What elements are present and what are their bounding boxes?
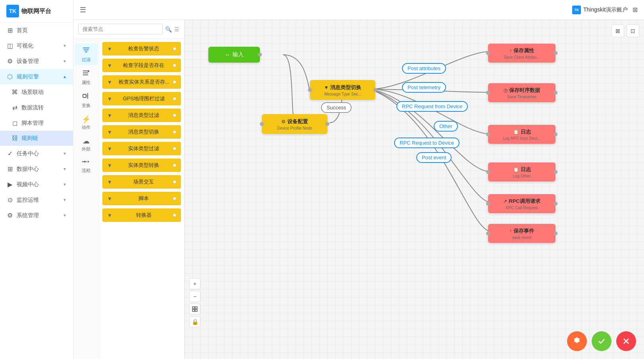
save-event-input-port[interactable] xyxy=(486,231,490,235)
sidebar-item-scripts[interactable]: ◻ 脚本管理 xyxy=(0,115,73,131)
expand-canvas-icon[interactable]: ⊡ xyxy=(627,25,639,37)
lock-button[interactable]: 🔒 xyxy=(189,316,200,327)
list-item[interactable]: ▼ 检查实体关系是否存... xyxy=(102,75,181,89)
list-item[interactable]: ▼ 实体类型过滤 xyxy=(102,142,181,155)
sidebar-item-visualization[interactable]: ◫ 可视化 ▼ xyxy=(0,38,73,53)
sidebar-item-label: 脚本管理 xyxy=(21,120,44,127)
logo-text: 物联网平台 xyxy=(21,8,51,15)
sidebar-item-device-management[interactable]: ⚙ 设备管理 ▼ xyxy=(0,53,73,69)
node-item-label: GPS地理围栏过滤 xyxy=(123,95,165,102)
cancel-action-button[interactable] xyxy=(616,331,636,351)
device-input-port[interactable] xyxy=(260,122,264,126)
node-port-dot xyxy=(173,97,176,100)
search-icon[interactable]: 🔍 xyxy=(165,26,172,32)
sidebar-item-rules[interactable]: ⬡ 规则引擎 ▲ xyxy=(0,69,73,84)
svg-text:TK: TK xyxy=(9,8,17,14)
filter-node-icon: ▼ xyxy=(107,113,112,118)
save-time-node[interactable]: ◷ 保存时序数据 Save Timeseries xyxy=(488,83,556,102)
list-item[interactable]: ▼ 消息类型切换 xyxy=(102,125,181,139)
sidebar-item-label: 规则引擎 xyxy=(17,73,39,80)
shrink-icon[interactable]: ⊠ xyxy=(611,25,624,37)
rulechain-icon: ⛓ xyxy=(11,135,18,142)
confirm-action-button[interactable] xyxy=(592,331,611,351)
save-event-output-port[interactable] xyxy=(554,231,557,235)
node-port-dot xyxy=(173,180,176,183)
list-item[interactable]: ▼ 消息类型过滤 xyxy=(102,109,181,122)
list-item[interactable]: ▼ GPS地理围栏过滤 xyxy=(102,92,181,105)
canvas-area[interactable]: ↔ 输入 ⚙ 设备配置 Device Profile Node ▼ 消息类型切换 xyxy=(185,20,644,359)
category-filter[interactable]: 过滤 xyxy=(75,44,98,65)
input-node[interactable]: ↔ 输入 xyxy=(208,47,260,63)
svg-rect-21 xyxy=(192,309,194,311)
category-label: 外部 xyxy=(82,146,90,152)
fit-button[interactable] xyxy=(189,304,200,315)
msgswitch-input-port[interactable] xyxy=(308,88,312,92)
msgswitch-output-port[interactable] xyxy=(373,88,377,92)
log-rpc-output-port[interactable] xyxy=(554,132,557,136)
success-text: Success xyxy=(327,105,346,111)
monitor-icon: ⊙ xyxy=(6,196,13,204)
post-telemetry-text: Post telemetry xyxy=(408,84,440,90)
list-item[interactable]: ▼ 实体类型转换 xyxy=(102,158,181,172)
zoom-in-button[interactable]: + xyxy=(189,278,200,289)
save-attr-output-port[interactable] xyxy=(554,51,557,55)
sidebar-item-rulechain[interactable]: ⛓ 规则链 xyxy=(0,131,73,146)
category-label: 动作 xyxy=(82,124,90,130)
list-item[interactable]: ▼ 检查告警状态 xyxy=(102,42,181,55)
device-output-port[interactable] xyxy=(325,122,329,126)
rpc-call-input-port[interactable] xyxy=(486,202,490,206)
message-switch-node[interactable]: ▼ 消息类型切换 Message Type Swi... xyxy=(310,80,375,100)
hamburger-icon[interactable]: ☰ xyxy=(80,6,86,14)
rpc-call-node[interactable]: ↗ RPC调用请求 RPC Call Request xyxy=(488,194,556,213)
sidebar-item-data-center[interactable]: ⊞ 数据中心 ▼ xyxy=(0,161,73,177)
arrow-icon: ▲ xyxy=(63,74,67,79)
search-input[interactable] xyxy=(78,24,163,34)
sidebar-item-scene[interactable]: ⌘ 场景联动 xyxy=(0,84,73,100)
node-port-dot xyxy=(173,197,176,200)
device-profile-node[interactable]: ⚙ 设备配置 Device Profile Node xyxy=(262,114,327,134)
list-item[interactable]: ▼ 检查字段是否存在 xyxy=(102,59,181,72)
sidebar-item-label: 视频中心 xyxy=(17,181,39,188)
sidebar-item-tasks[interactable]: ✓ 任务中心 ▼ xyxy=(0,146,73,161)
arrow-icon: ▼ xyxy=(63,44,67,48)
node-panel-inner: 过滤 属性 变换 xyxy=(73,39,184,359)
category-flow[interactable]: 流程 xyxy=(75,156,98,176)
save-attr-icon: ↑ xyxy=(509,48,512,53)
save-attr-input-port[interactable] xyxy=(486,51,490,55)
sidebar-item-dataflow[interactable]: ⇄ 数据流转 xyxy=(0,100,73,115)
post-telemetry-label: Post telemetry xyxy=(402,82,446,93)
sidebar-item-monitor[interactable]: ⊙ 监控运维 ▼ xyxy=(0,192,73,208)
category-action[interactable]: ⚡ 动作 xyxy=(75,113,98,133)
log-other-node[interactable]: 📋 日志 Log Other xyxy=(488,162,556,181)
rpc-call-subtitle: RPC Call Request xyxy=(506,206,538,210)
zoom-out-button[interactable]: − xyxy=(189,291,200,302)
list-item[interactable]: ▼ 转换器 xyxy=(102,208,181,222)
sidebar: TK 物联网平台 ⊞ 首页 ◫ 可视化 ▼ ⚙ 设备管理 ▼ ⬡ 规则引擎 ▲ … xyxy=(0,0,73,359)
sidebar-item-home[interactable]: ⊞ 首页 xyxy=(0,23,73,38)
rpc-to-device-text: RPC Request to Device xyxy=(400,140,454,146)
log-rpc-input-port[interactable] xyxy=(486,132,490,136)
log-rpc-node[interactable]: 📋 日志 Log RPC from Devi... xyxy=(488,125,556,144)
save-event-node[interactable]: ↑ 保存事件 save event xyxy=(488,224,556,243)
save-time-input-port[interactable] xyxy=(486,91,490,95)
category-external[interactable]: ☁ 外部 xyxy=(75,134,98,155)
expand-icon[interactable]: ⊠ xyxy=(632,6,638,13)
node-output-port[interactable] xyxy=(258,53,262,57)
sidebar-item-system[interactable]: ⚙ 系统管理 ▼ xyxy=(0,208,73,223)
log-other-input-port[interactable] xyxy=(486,170,490,174)
list-toggle-icon[interactable]: ☰ xyxy=(174,26,179,32)
settings-action-button[interactable] xyxy=(567,331,587,351)
category-transform[interactable]: 变换 xyxy=(75,90,98,111)
sidebar-item-video[interactable]: ▶ 视频中心 ▼ xyxy=(0,177,73,192)
category-attribute[interactable]: 属性 xyxy=(75,67,98,88)
node-item-label: 消息类型切换 xyxy=(128,128,159,136)
home-icon: ⊞ xyxy=(6,27,13,34)
post-event-text: Post event xyxy=(422,155,446,160)
rpc-call-output-port[interactable] xyxy=(554,202,557,206)
list-item[interactable]: ▼ 场景交互 xyxy=(102,175,181,189)
log-other-output-port[interactable] xyxy=(554,170,557,174)
save-attr-node[interactable]: ↑ 保存属性 Save Client Attribu... xyxy=(488,44,556,63)
save-time-output-port[interactable] xyxy=(554,91,557,95)
node-item-label: 检查告警状态 xyxy=(128,45,159,52)
list-item[interactable]: ▼ 脚本 xyxy=(102,192,181,205)
